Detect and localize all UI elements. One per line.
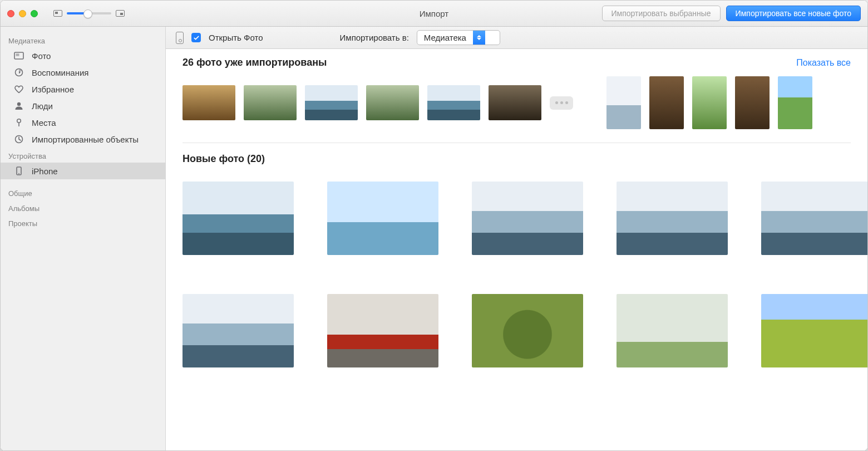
sidebar-item-memories[interactable]: Воспоминания	[1, 64, 165, 81]
import-to-value: Медиатека	[417, 31, 473, 45]
imported-thumb[interactable]	[735, 76, 770, 129]
fullscreen-icon[interactable]	[31, 10, 38, 17]
app-window: Импорт Импортировать выбранные Импортиро…	[0, 0, 868, 451]
new-photo-thumb[interactable]	[761, 294, 867, 367]
new-photo-thumb[interactable]	[472, 182, 583, 255]
pin-icon	[13, 117, 25, 128]
sidebar-item-fav[interactable]: Избранное	[1, 81, 165, 97]
already-imported-row	[183, 76, 851, 143]
sidebar-section-shared[interactable]: Общие	[1, 185, 165, 200]
sidebar-item-label: Воспоминания	[32, 68, 88, 77]
memories-icon	[13, 67, 25, 77]
sidebar-section-devices: Устройства	[1, 148, 165, 163]
new-photo-thumb[interactable]	[761, 182, 867, 255]
new-photo-thumb[interactable]	[327, 294, 438, 367]
new-photo-thumb[interactable]	[183, 294, 294, 367]
imported-thumb[interactable]	[778, 76, 812, 129]
more-icon[interactable]	[550, 96, 573, 110]
zoom-small-icon[interactable]	[53, 10, 62, 17]
sidebar-section-library: Медиатека	[1, 32, 165, 47]
close-icon[interactable]	[7, 10, 14, 17]
imported-thumb[interactable]	[606, 76, 641, 129]
thumbnail-zoom	[53, 10, 125, 17]
heart-icon	[13, 84, 25, 94]
sidebar-item-label: iPhone	[32, 166, 58, 176]
imported-thumb[interactable]	[366, 85, 419, 120]
sidebar: Медиатека ФотоВоспоминанияИзбранноеЛюдиМ…	[1, 27, 166, 450]
sidebar-item-photos[interactable]: Фото	[1, 47, 165, 64]
sidebar-item-places[interactable]: Места	[1, 114, 165, 131]
device-icon	[176, 32, 184, 44]
imported-heading: 26 фото уже импортированы	[183, 57, 327, 68]
imported-thumb[interactable]	[489, 85, 541, 120]
svg-point-4	[17, 102, 21, 106]
main-pane: Открыть Фото Импортировать в: Медиатека …	[166, 27, 867, 450]
new-photo-thumb[interactable]	[327, 182, 438, 255]
sidebar-section-albums[interactable]: Альбомы	[1, 200, 165, 215]
zoom-slider[interactable]	[67, 12, 111, 14]
sidebar-item-people[interactable]: Люди	[1, 97, 165, 114]
import-options-bar: Открыть Фото Импортировать в: Медиатека	[166, 27, 867, 49]
sidebar-item-label: Импортированные объекты	[32, 135, 139, 144]
open-photos-label: Открыть Фото	[209, 33, 263, 42]
sidebar-item-label: Люди	[32, 101, 53, 111]
new-photos-grid	[183, 182, 851, 367]
photos-icon	[13, 51, 25, 61]
sidebar-item-label: Фото	[32, 51, 51, 61]
device-icon	[13, 166, 25, 176]
new-photo-thumb[interactable]	[617, 294, 728, 367]
svg-rect-1	[16, 53, 19, 56]
imported-thumb[interactable]	[305, 85, 358, 120]
chevron-updown-icon	[473, 31, 485, 45]
new-photo-thumb[interactable]	[183, 182, 294, 255]
minimize-icon[interactable]	[19, 10, 26, 17]
sidebar-item-label: Избранное	[32, 85, 74, 94]
new-photos-heading: Новые фото (20)	[183, 153, 265, 165]
content-scroll[interactable]: 26 фото уже импортированы Показать все Н…	[166, 49, 867, 450]
sidebar-item-imports[interactable]: Импортированные объекты	[1, 131, 165, 148]
window-controls	[7, 10, 38, 17]
sidebar-section-projects[interactable]: Проекты	[1, 215, 165, 230]
sidebar-item-label: Места	[32, 118, 56, 128]
titlebar: Импорт Импортировать выбранные Импортиро…	[1, 1, 867, 27]
imported-thumb[interactable]	[649, 76, 684, 129]
imported-thumb[interactable]	[183, 85, 235, 120]
import-selected-button[interactable]: Импортировать выбранные	[602, 6, 721, 21]
person-icon	[13, 101, 25, 111]
new-photo-thumb[interactable]	[472, 294, 583, 367]
imported-thumb[interactable]	[244, 85, 297, 120]
imported-thumb[interactable]	[692, 76, 727, 129]
svg-point-9	[18, 173, 19, 174]
svg-point-5	[17, 119, 21, 123]
imported-thumb[interactable]	[427, 85, 480, 120]
zoom-large-icon[interactable]	[116, 10, 125, 17]
clock-icon	[13, 134, 25, 144]
open-photos-checkbox[interactable]	[191, 33, 201, 42]
import-to-label: Импортировать в:	[340, 33, 409, 42]
import-all-new-button[interactable]: Импортировать все новые фото	[726, 6, 861, 21]
new-photo-thumb[interactable]	[617, 182, 728, 255]
sidebar-item-iphone[interactable]: iPhone	[1, 163, 165, 179]
show-all-link[interactable]: Показать все	[796, 58, 851, 68]
import-to-select[interactable]: Медиатека	[417, 30, 500, 45]
